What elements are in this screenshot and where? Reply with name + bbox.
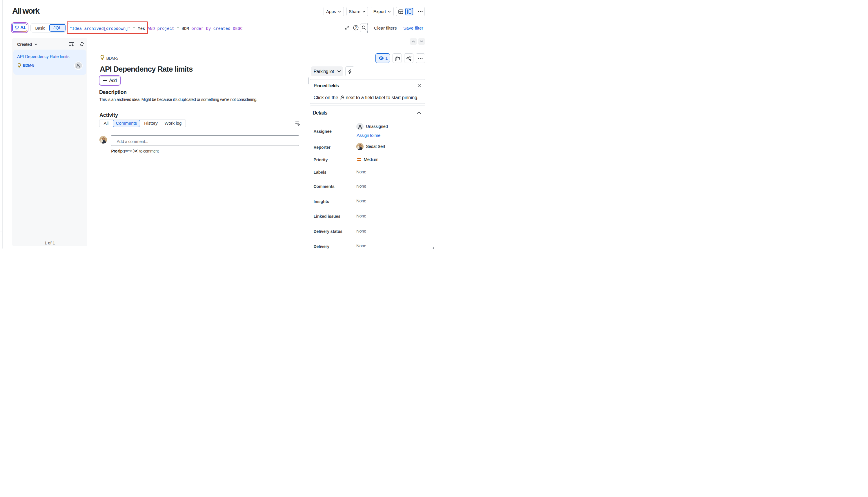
- svg-text:?: ?: [355, 26, 357, 29]
